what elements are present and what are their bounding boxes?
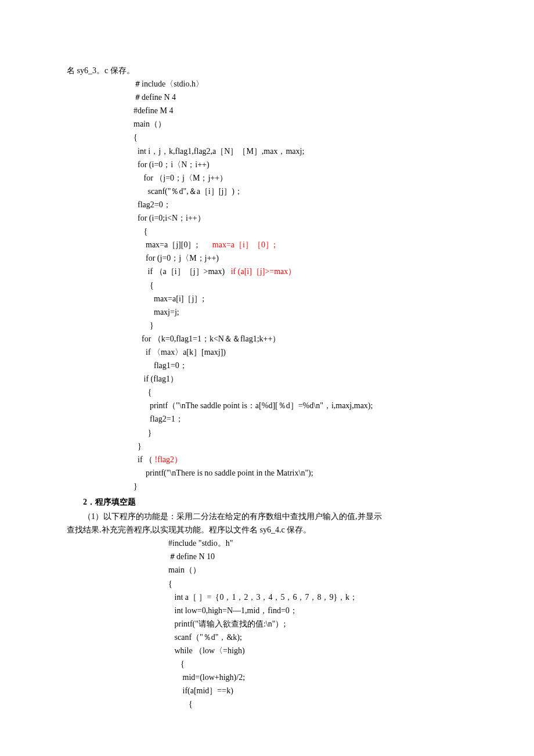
code-line: printf("请输入欲查找的值:\n"）; xyxy=(168,617,476,631)
code-line: { xyxy=(134,386,476,399)
code-line: } xyxy=(134,426,476,440)
code-line: if 〈max〉a[k］[maxj]) xyxy=(134,345,476,359)
code-line: printf("\nThere is no saddle point in th… xyxy=(134,466,476,480)
code-text: if （a［i］［j］>max) xyxy=(134,267,231,276)
document-page: 名 sy6_3。c 保存。 ＃include〈stdio.h〉 ＃define … xyxy=(0,0,534,756)
code-line: } xyxy=(134,319,476,332)
code-line: for （j=0；j〈M；j++） xyxy=(134,171,476,185)
code-line: flag2=0； xyxy=(134,198,476,211)
code-line: printf（"\nThe saddle point is：a[%d][％d］=… xyxy=(134,399,476,412)
code-line: mid=(low+high)/2; xyxy=(168,671,476,684)
code-line: main（） xyxy=(168,563,476,577)
code-line: } xyxy=(134,440,476,453)
code-line: { xyxy=(134,279,476,292)
code-line: if (flag1） xyxy=(134,372,476,386)
code-line: scanf（"％d"，&k); xyxy=(168,631,476,644)
code-line-with-fix: max=a［j][0］; max=a［i］［0］; xyxy=(134,238,476,251)
code-line: main（） xyxy=(134,117,476,131)
code-line: max=a[i]［j］; xyxy=(134,292,476,305)
code-text: max=a［j][0］; xyxy=(134,240,212,249)
code-block-1: ＃include〈stdio.h〉 ＃define N 4 #define M … xyxy=(134,77,476,493)
correction-red: if (a[i]［j]>=max） xyxy=(231,267,297,276)
code-line: for (i=0；i〈N；i++) xyxy=(134,158,476,171)
code-line: { xyxy=(134,131,476,144)
code-line: for （k=0,flag1=1；k<N＆＆flag1;k++） xyxy=(134,332,476,345)
prose-line: 名 sy6_3。c 保存。 xyxy=(67,64,476,77)
code-line: scanf("％d",＆a［i］[j］)； xyxy=(134,185,476,198)
code-line: ＃define N 4 xyxy=(134,91,476,104)
code-line: flag1=0； xyxy=(134,359,476,372)
code-line: for (j=0；j〈M；j++) xyxy=(134,251,476,265)
correction-red: max=a［i］［0］; xyxy=(212,240,276,249)
code-line: if(a[mid］==k) xyxy=(168,684,476,697)
code-line: for (i=0;i<N；i++） xyxy=(134,211,476,225)
code-line-with-fix: if （ !flag2） xyxy=(134,453,476,466)
code-line: int a［ ］=｛0，1，2，3，4，5，6，7，8，9}，k； xyxy=(168,591,476,604)
code-line-with-fix: if （a［i］［j］>max) if (a[i]［j]>=max） xyxy=(134,265,476,278)
code-line: int i，j，k,flag1,flag2,a［N］［M］,max，maxj; xyxy=(134,145,476,158)
code-line: { xyxy=(168,697,476,711)
code-line: } xyxy=(134,480,476,493)
prose-line: 查找结果.补充完善程序,以实现其功能。程序以文件名 sy6_4.c 保存。 xyxy=(67,523,476,537)
code-line: maxj=j; xyxy=(134,305,476,319)
correction-red: !flag2） xyxy=(155,455,182,464)
code-line: flag2=1； xyxy=(134,412,476,426)
code-line: #include "stdio。h" xyxy=(168,537,476,550)
section-heading: 2．程序填空题 xyxy=(83,495,476,509)
code-line: #define M 4 xyxy=(134,104,476,117)
code-line: { xyxy=(168,657,476,671)
code-line: { xyxy=(134,225,476,238)
code-line: while （low〈=high) xyxy=(168,644,476,657)
prose-line: （1）以下程序的功能是：采用二分法在给定的有序数组中查找用户输入的值,并显示 xyxy=(83,510,476,523)
code-line: ＃define N 10 xyxy=(168,550,476,563)
code-line: ＃include〈stdio.h〉 xyxy=(134,77,476,91)
code-block-2: #include "stdio。h" ＃define N 10 main（） {… xyxy=(168,537,476,711)
code-line: int low=0,high=N—1,mid，find=0； xyxy=(168,604,476,617)
code-line: { xyxy=(168,577,476,591)
code-text: if （ xyxy=(134,455,155,464)
